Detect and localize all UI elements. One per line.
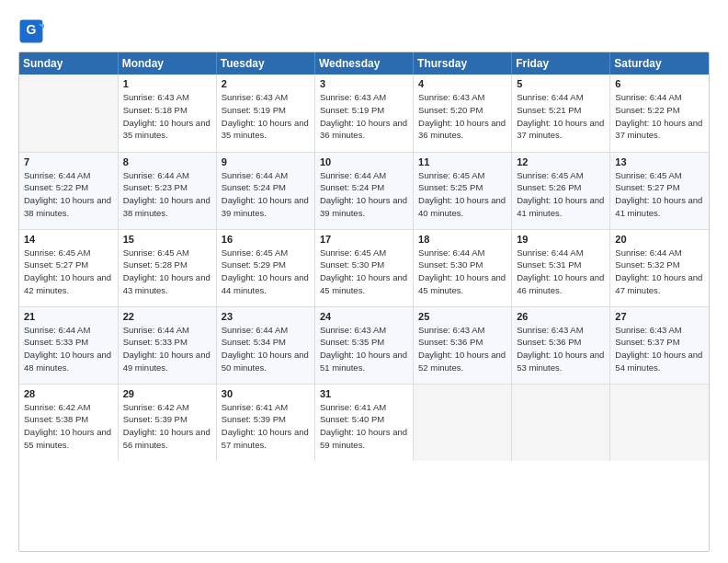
week-row-1: 1 Sunrise: 6:43 AMSunset: 5:18 PMDayligh… — [19, 75, 709, 152]
day-number: 17 — [320, 234, 408, 245]
day-number: 14 — [24, 234, 113, 245]
day-detail: Sunrise: 6:44 AMSunset: 5:31 PMDaylight:… — [517, 247, 605, 297]
day-number: 26 — [517, 311, 605, 322]
day-number: 2 — [222, 78, 310, 89]
day-header-friday: Friday — [512, 52, 610, 75]
day-detail: Sunrise: 6:43 AMSunset: 5:19 PMDaylight:… — [320, 91, 408, 142]
day-detail: Sunrise: 6:44 AMSunset: 5:23 PMDaylight:… — [123, 169, 211, 220]
day-number: 4 — [418, 78, 506, 89]
day-number: 24 — [320, 311, 408, 322]
week-row-3: 14 Sunrise: 6:45 AMSunset: 5:27 PMDaylig… — [19, 229, 709, 306]
day-header-saturday: Saturday — [610, 52, 709, 75]
day-number: 20 — [615, 234, 704, 245]
day-number: 3 — [320, 78, 408, 89]
day-number: 7 — [24, 156, 113, 167]
day-number: 6 — [615, 78, 704, 89]
day-number: 25 — [418, 311, 506, 322]
day-detail: Sunrise: 6:45 AMSunset: 5:26 PMDaylight:… — [517, 169, 605, 220]
day-cell: 2 Sunrise: 6:43 AMSunset: 5:19 PMDayligh… — [216, 75, 314, 152]
day-cell: 10 Sunrise: 6:44 AMSunset: 5:24 PMDaylig… — [314, 152, 413, 229]
day-header-tuesday: Tuesday — [216, 52, 314, 75]
week-row-4: 21 Sunrise: 6:44 AMSunset: 5:33 PMDaylig… — [19, 306, 709, 384]
day-number: 15 — [123, 234, 211, 245]
day-detail: Sunrise: 6:44 AMSunset: 5:30 PMDaylight:… — [418, 247, 506, 297]
day-number: 18 — [418, 234, 506, 245]
day-number: 8 — [123, 156, 211, 167]
day-cell: 25 Sunrise: 6:43 AMSunset: 5:36 PMDaylig… — [414, 306, 512, 384]
day-detail: Sunrise: 6:43 AMSunset: 5:18 PMDaylight:… — [123, 91, 211, 142]
day-cell: 7 Sunrise: 6:44 AMSunset: 5:22 PMDayligh… — [19, 152, 118, 229]
day-cell: 13 Sunrise: 6:45 AMSunset: 5:27 PMDaylig… — [610, 152, 709, 229]
day-detail: Sunrise: 6:44 AMSunset: 5:32 PMDaylight:… — [615, 247, 704, 297]
day-detail: Sunrise: 6:44 AMSunset: 5:22 PMDaylight:… — [24, 169, 113, 220]
day-detail: Sunrise: 6:43 AMSunset: 5:37 PMDaylight:… — [615, 324, 704, 374]
day-detail: Sunrise: 6:45 AMSunset: 5:25 PMDaylight:… — [418, 169, 506, 220]
day-number: 13 — [615, 156, 704, 167]
day-cell: 31 Sunrise: 6:41 AMSunset: 5:40 PMDaylig… — [314, 384, 413, 461]
day-detail: Sunrise: 6:44 AMSunset: 5:22 PMDaylight:… — [615, 91, 704, 142]
day-number: 23 — [222, 311, 310, 322]
day-cell — [512, 384, 610, 461]
day-detail: Sunrise: 6:45 AMSunset: 5:28 PMDaylight:… — [123, 247, 211, 297]
day-detail: Sunrise: 6:42 AMSunset: 5:38 PMDaylight:… — [24, 401, 113, 452]
day-number: 9 — [222, 156, 310, 167]
day-cell: 20 Sunrise: 6:44 AMSunset: 5:32 PMDaylig… — [610, 229, 709, 306]
day-detail: Sunrise: 6:45 AMSunset: 5:30 PMDaylight:… — [320, 247, 408, 297]
day-number: 28 — [24, 388, 113, 399]
day-detail: Sunrise: 6:45 AMSunset: 5:27 PMDaylight:… — [615, 169, 704, 220]
day-number: 31 — [320, 388, 408, 399]
logo-icon: G — [18, 18, 44, 44]
page: G SundayMondayTuesdayWednesdayThursdayFr… — [0, 0, 728, 563]
day-number: 30 — [222, 388, 310, 399]
day-cell: 4 Sunrise: 6:43 AMSunset: 5:20 PMDayligh… — [414, 75, 512, 152]
day-header-sunday: Sunday — [19, 52, 118, 75]
week-row-2: 7 Sunrise: 6:44 AMSunset: 5:22 PMDayligh… — [19, 152, 709, 229]
day-number: 19 — [517, 234, 605, 245]
day-detail: Sunrise: 6:45 AMSunset: 5:27 PMDaylight:… — [24, 247, 113, 297]
day-detail: Sunrise: 6:41 AMSunset: 5:40 PMDaylight:… — [320, 401, 408, 452]
day-cell — [414, 384, 512, 461]
day-cell: 30 Sunrise: 6:41 AMSunset: 5:39 PMDaylig… — [216, 384, 314, 461]
day-cell: 6 Sunrise: 6:44 AMSunset: 5:22 PMDayligh… — [610, 75, 709, 152]
day-cell: 3 Sunrise: 6:43 AMSunset: 5:19 PMDayligh… — [314, 75, 413, 152]
day-cell: 23 Sunrise: 6:44 AMSunset: 5:34 PMDaylig… — [216, 306, 314, 384]
day-detail: Sunrise: 6:44 AMSunset: 5:33 PMDaylight:… — [123, 324, 211, 374]
day-number: 1 — [123, 78, 211, 89]
day-detail: Sunrise: 6:43 AMSunset: 5:35 PMDaylight:… — [320, 324, 408, 374]
day-cell: 5 Sunrise: 6:44 AMSunset: 5:21 PMDayligh… — [512, 75, 610, 152]
day-header-monday: Monday — [118, 52, 216, 75]
day-cell: 19 Sunrise: 6:44 AMSunset: 5:31 PMDaylig… — [512, 229, 610, 306]
day-detail: Sunrise: 6:44 AMSunset: 5:24 PMDaylight:… — [320, 169, 408, 220]
day-cell — [19, 75, 118, 152]
day-detail: Sunrise: 6:41 AMSunset: 5:39 PMDaylight:… — [222, 401, 310, 452]
day-detail: Sunrise: 6:42 AMSunset: 5:39 PMDaylight:… — [123, 401, 211, 452]
day-number: 10 — [320, 156, 408, 167]
day-number: 16 — [222, 234, 310, 245]
day-cell: 14 Sunrise: 6:45 AMSunset: 5:27 PMDaylig… — [19, 229, 118, 306]
day-detail: Sunrise: 6:43 AMSunset: 5:20 PMDaylight:… — [418, 91, 506, 142]
day-detail: Sunrise: 6:43 AMSunset: 5:19 PMDaylight:… — [222, 91, 310, 142]
day-detail: Sunrise: 6:43 AMSunset: 5:36 PMDaylight:… — [517, 324, 605, 374]
svg-text:G: G — [27, 22, 37, 37]
day-cell: 12 Sunrise: 6:45 AMSunset: 5:26 PMDaylig… — [512, 152, 610, 229]
day-cell — [610, 384, 709, 461]
day-detail: Sunrise: 6:45 AMSunset: 5:29 PMDaylight:… — [222, 247, 310, 297]
day-cell: 18 Sunrise: 6:44 AMSunset: 5:30 PMDaylig… — [414, 229, 512, 306]
day-cell: 1 Sunrise: 6:43 AMSunset: 5:18 PMDayligh… — [118, 75, 216, 152]
day-number: 22 — [123, 311, 211, 322]
day-number: 5 — [517, 78, 605, 89]
day-number: 29 — [123, 388, 211, 399]
day-cell: 21 Sunrise: 6:44 AMSunset: 5:33 PMDaylig… — [19, 306, 118, 384]
day-cell: 26 Sunrise: 6:43 AMSunset: 5:36 PMDaylig… — [512, 306, 610, 384]
day-header-wednesday: Wednesday — [314, 52, 413, 75]
week-row-5: 28 Sunrise: 6:42 AMSunset: 5:38 PMDaylig… — [19, 384, 709, 461]
day-cell: 24 Sunrise: 6:43 AMSunset: 5:35 PMDaylig… — [314, 306, 413, 384]
day-detail: Sunrise: 6:44 AMSunset: 5:34 PMDaylight:… — [222, 324, 310, 374]
day-detail: Sunrise: 6:44 AMSunset: 5:24 PMDaylight:… — [222, 169, 310, 220]
day-cell: 29 Sunrise: 6:42 AMSunset: 5:39 PMDaylig… — [118, 384, 216, 461]
day-number: 11 — [418, 156, 506, 167]
day-number: 21 — [24, 311, 113, 322]
header: G — [18, 15, 710, 44]
calendar-table: SundayMondayTuesdayWednesdayThursdayFrid… — [19, 52, 709, 461]
day-cell: 22 Sunrise: 6:44 AMSunset: 5:33 PMDaylig… — [118, 306, 216, 384]
